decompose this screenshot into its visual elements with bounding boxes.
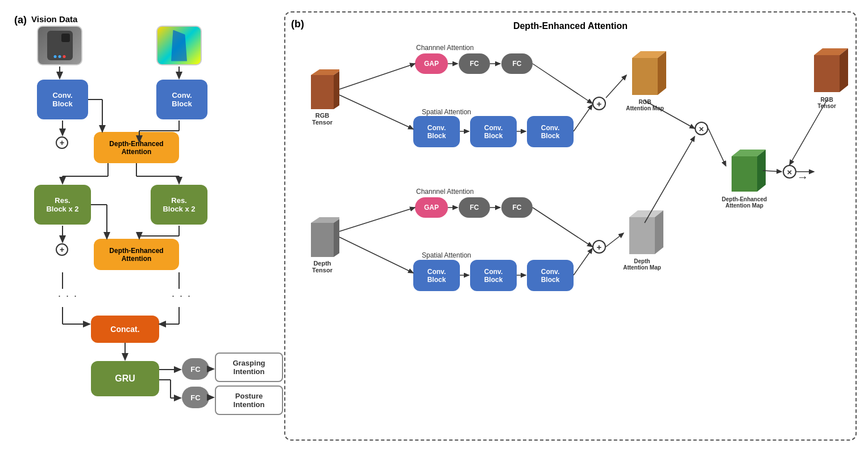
- svg-marker-50: [840, 48, 848, 92]
- dots-left: · · ·: [58, 290, 78, 302]
- svg-marker-42: [629, 217, 655, 254]
- vision-data-title: Vision Data: [31, 14, 77, 24]
- spatial-attention-label-2: Spatial Attention: [422, 251, 471, 259]
- svg-line-51: [339, 64, 415, 89]
- svg-line-58: [574, 105, 592, 131]
- conv-block-r1c: Conv.Block: [527, 116, 574, 147]
- svg-line-55: [533, 64, 592, 103]
- plus-depth: +: [592, 240, 606, 254]
- times-sign-2: ×: [783, 165, 796, 179]
- svg-line-67: [574, 248, 592, 275]
- svg-marker-47: [757, 150, 766, 192]
- channel-attention-label-1: Channnel Attention: [416, 44, 474, 52]
- rgb-attention-map: RGBAttention Map: [626, 47, 663, 98]
- plus-rgb: +: [592, 97, 606, 110]
- svg-marker-48: [814, 55, 840, 92]
- conv-block-r2a: Conv.Block: [413, 260, 460, 291]
- svg-marker-38: [334, 217, 339, 257]
- svg-marker-45: [732, 156, 757, 192]
- conv-block-r1b: Conv.Block: [470, 116, 517, 147]
- conv-block-1: Conv.Block: [37, 80, 88, 119]
- dots-right: · · ·: [172, 290, 192, 302]
- dea-title: Depth-Enhanced Attention: [513, 21, 628, 31]
- plus-sign-1: +: [56, 136, 68, 149]
- concat-block: Concat.: [91, 316, 159, 343]
- plus-sign-2: +: [56, 243, 68, 256]
- conv-block-r2b: Conv.Block: [470, 260, 517, 291]
- svg-line-60: [339, 208, 415, 231]
- fc-2a: FC: [459, 197, 490, 218]
- fc-1b: FC: [501, 53, 533, 74]
- rgb-tensor-output: RGBTensor: [808, 44, 845, 95]
- depth-tensor-input: DepthTensor: [305, 214, 337, 257]
- label-a: (a): [14, 14, 27, 26]
- main-container: (a) Vision Data C: [0, 0, 868, 452]
- rgb-thumb: [37, 26, 82, 65]
- conv-block-r1a: Conv.Block: [413, 116, 460, 147]
- res-block-2: Res.Block x 2: [151, 185, 207, 225]
- svg-marker-44: [655, 210, 663, 254]
- gru-block: GRU: [91, 361, 159, 396]
- res-block-1: Res.Block x 2: [34, 185, 91, 225]
- right-panel: (b) Depth-Enhanced Attention RGBTensor D…: [284, 11, 857, 441]
- dea-block-1: Depth-EnhancedAttention: [94, 132, 179, 163]
- conv-block-r2c: Conv.Block: [527, 260, 574, 291]
- svg-marker-35: [334, 69, 339, 109]
- svg-line-59: [606, 75, 626, 98]
- svg-line-52: [339, 95, 413, 129]
- svg-marker-33: [311, 75, 334, 109]
- gap-1: GAP: [415, 53, 448, 74]
- svg-line-71: [708, 128, 726, 166]
- depth-thumb: [156, 26, 202, 65]
- dea-map: Depth-EnhancedAttention Map: [726, 146, 763, 194]
- times-sign-1: ×: [695, 122, 708, 135]
- fc-block-2: FC: [182, 387, 209, 408]
- depth-attention-map: DepthAttention Map: [624, 206, 661, 257]
- grasping-intention-box: GraspingIntention: [215, 353, 283, 382]
- rgb-tensor-input: RGBTensor: [305, 67, 337, 109]
- left-panel: (a) Vision Data C: [11, 11, 267, 443]
- svg-line-61: [339, 237, 413, 273]
- output-arrow: →: [797, 171, 808, 184]
- svg-marker-41: [658, 51, 666, 95]
- conv-block-2: Conv.Block: [156, 80, 207, 119]
- label-b: (b): [291, 18, 304, 30]
- fc-block-1: FC: [182, 358, 209, 380]
- right-arrows: [285, 13, 855, 439]
- fc-2b: FC: [501, 197, 533, 218]
- spatial-attention-label-1: Spatial Attention: [422, 108, 471, 116]
- fc-1a: FC: [459, 53, 490, 74]
- svg-line-64: [533, 208, 592, 247]
- svg-marker-36: [311, 223, 334, 257]
- svg-marker-39: [632, 58, 658, 95]
- svg-line-68: [606, 233, 624, 247]
- posture-intention-box: PostureIntention: [215, 385, 283, 415]
- channel-attention-label-2: Channnel Attention: [416, 188, 474, 196]
- dea-block-2: Depth-EnhancedAttention: [94, 239, 179, 270]
- gap-2: GAP: [415, 197, 448, 218]
